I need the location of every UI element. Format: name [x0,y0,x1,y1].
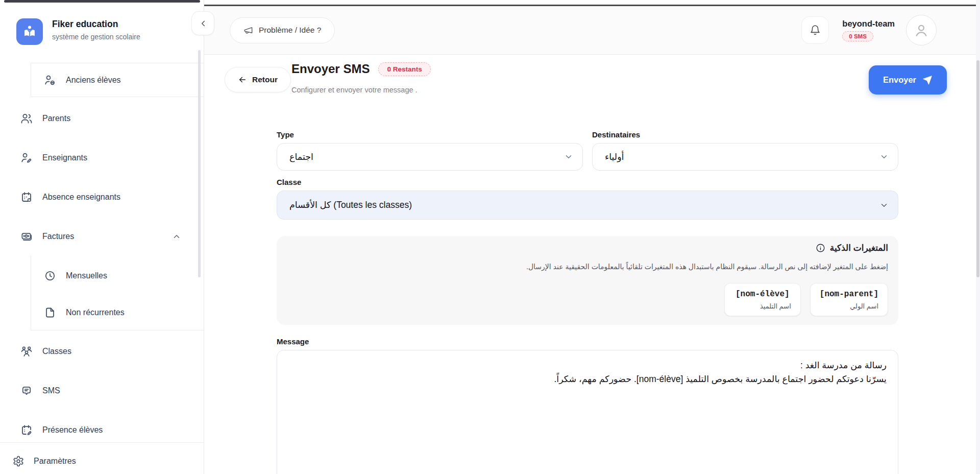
topbar: Problème / Idée ? beyond-team 0 SMS [204,6,980,55]
sidebar-item-mensuelles[interactable]: Mensuelles [31,264,204,288]
user-edit-icon [20,152,33,164]
top-scrollbar-thumb[interactable] [4,0,200,3]
feedback-label: Problème / Idée ? [259,26,321,35]
sidebar-item-non-recurrentes[interactable]: Non récurrentes [31,301,204,324]
type-select[interactable]: اجتماع [277,143,583,171]
remaining-sms-badge: 0 Restants [378,62,430,76]
chat-bubble-icon [20,385,33,397]
sidebar-item-label: Mensuelles [66,271,107,280]
back-label: Retour [252,75,278,84]
brand-subtitle: système de gestion scolaire [52,33,140,41]
panel-title: المتغيرات الذكية [830,243,888,253]
sidebar-item-label: Absence enseignants [42,193,120,202]
message-label: Message [277,337,898,346]
team-name: beyond-team [842,19,895,29]
sidebar-item-label: Présence élèves [42,425,103,435]
sidebar-item-label: Factures [42,232,74,241]
classe-label: Classe [277,178,898,186]
megaphone-icon [243,26,253,35]
classe-value: كل الأقسام (Toutes les classes) [289,200,412,210]
page-title: Envoyer SMS [291,62,370,76]
bell-icon [810,25,821,36]
book-reader-icon [21,23,38,40]
file-icon [44,306,56,319]
variable-chip-nom-eleve[interactable]: [nom-élève] اسم التلميذ [724,283,801,316]
app-logo [16,18,43,45]
send-label: Envoyer [883,75,916,85]
sidebar-item-sms[interactable]: SMS [0,379,204,402]
user-minus-icon [44,74,56,86]
type-value: اجتماع [289,152,313,162]
recipients-select[interactable]: أولياء [592,143,898,171]
app-root: Fiker education système de gestion scola… [0,0,980,474]
variable-caption: اسم التلميذ [734,302,791,310]
feedback-button[interactable]: Problème / Idée ? [230,17,335,43]
calendar-x-icon [20,191,33,203]
sidebar-item-label: Paramètres [34,457,76,466]
chevron-down-icon [879,152,889,161]
sidebar-item-parametres[interactable]: Paramètres [0,449,204,473]
paper-plane-icon [922,75,933,85]
eleves-subgroup: Anciens élèves [31,63,204,97]
variable-chips: [nom-élève] اسم التلميذ [nom-parent] اسم… [287,283,888,316]
variable-chip-nom-parent[interactable]: [nom-parent] اسم الولي [810,283,888,316]
chevron-down-icon [879,201,889,210]
sidebar-item-label: Enseignants [42,153,87,162]
sidebar-item-enseignants[interactable]: Enseignants [0,146,204,170]
variable-caption: اسم الولي [820,302,878,310]
page-subtitle: Configurer et envoyer votre message . [291,86,418,94]
clock-icon [44,270,56,282]
panel-header: المتغيرات الذكية [287,243,888,253]
recipients-label: Destinataires [592,130,898,139]
sidebar-collapse-button[interactable] [191,11,214,35]
sidebar-item-presence-eleves[interactable]: Présence élèves [0,418,204,442]
sidebar-item-label: Classes [42,347,71,356]
classe-select[interactable]: كل الأقسام (Toutes les classes) [277,191,898,220]
variable-code: [nom-parent] [820,290,878,299]
users-icon [20,112,33,125]
sidebar-item-label: Parents [42,114,70,123]
sidebar-item-classes[interactable]: Classes [0,340,204,363]
type-field: Type اجتماع [277,130,583,171]
sidebar-item-parents[interactable]: Parents [0,107,204,130]
sidebar-item-label: SMS [42,386,60,395]
avatar[interactable] [906,15,937,45]
banknote-icon [20,230,33,243]
back-button[interactable]: Retour [225,67,291,92]
sidebar-scrollbar-thumb[interactable] [198,50,201,277]
recipients-value: أولياء [605,152,624,162]
team-block: beyond-team 0 SMS [842,19,895,41]
notifications-button[interactable] [801,16,829,44]
panel-description: إضغط على المتغير لإضافته إلى نص الرسالة.… [287,262,888,272]
factures-subgroup: Mensuelles Non récurrentes [31,255,204,330]
sidebar-item-anciens-eleves[interactable]: Anciens élèves [31,68,204,92]
user-icon [914,22,929,38]
page-scrollbar[interactable] [976,0,980,474]
sidebar-item-label: Anciens élèves [66,76,121,85]
type-label: Type [277,130,583,139]
sidebar-item-absence-enseignants[interactable]: Absence enseignants [0,185,204,209]
sidebar-divider [0,442,204,443]
users-group-icon [20,345,33,358]
page-scrollbar-thumb[interactable] [976,60,979,277]
sms-credit-badge: 0 SMS [842,31,873,41]
variable-code: [nom-élève] [734,290,791,299]
gear-icon [12,455,24,467]
main-area: Problème / Idée ? beyond-team 0 SMS [204,0,980,474]
chevron-left-icon [199,19,208,28]
send-button[interactable]: Envoyer [869,65,947,94]
arrow-left-icon [238,75,247,84]
sidebar-item-factures[interactable]: Factures [0,225,204,248]
recipients-field: Destinataires أولياء [592,130,898,171]
sms-form: Type اجتماع Destinataires أولياء [277,130,898,474]
brand-title: Fiker education [52,19,118,30]
sidebar: Fiker education système de gestion scola… [0,0,204,474]
page-header: Retour Envoyer SMS 0 Restants Configurer… [204,55,980,106]
chevron-up-icon [172,232,181,241]
smart-variables-panel: المتغيرات الذكية إضغط على المتغير لإضافت… [277,236,898,325]
info-icon [816,243,825,253]
calendar-edit-icon [20,424,33,436]
classe-field: Classe كل الأقسام (Toutes les classes) [277,178,898,220]
chevron-down-icon [564,152,573,161]
message-textarea[interactable]: رسالة من مدرسة الغد : يسرّنا دعوتكم لحضو… [277,350,898,474]
